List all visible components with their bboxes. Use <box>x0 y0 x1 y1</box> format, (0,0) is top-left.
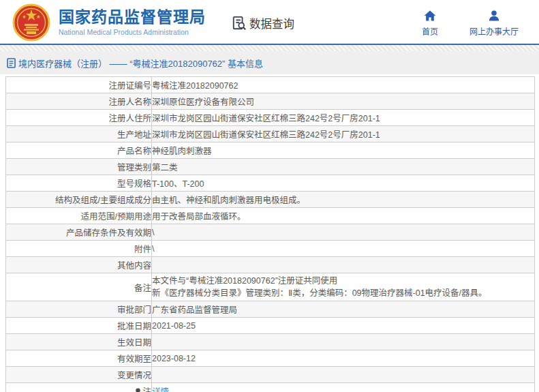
row-label-text: 附件 <box>134 245 151 254</box>
row-value: \ <box>152 224 535 241</box>
row-value-text: 由主机、神经和肌肉刺激器用电极组成。 <box>152 196 305 205</box>
row-value-text: T-100、T-200 <box>152 179 204 189</box>
row-value <box>152 334 535 350</box>
row-label-text: 有效期至 <box>117 355 151 364</box>
row-value-text: 第二类 <box>152 163 178 172</box>
row-label-text: 结构及组成/主要组成成分 <box>55 196 151 205</box>
brand-block: 国家药品监督管理局 National Medical Products Admi… <box>59 8 206 36</box>
row-value-line: 本文件与“粤械注准20182090762”注册证共同使用 <box>152 275 534 287</box>
table-row: 其他内容 <box>6 257 535 273</box>
row-value: 广东省药品监督管理局 <box>152 301 535 318</box>
row-label-text: 审批部门 <box>117 305 151 315</box>
table-row: 产品名称神经肌肉刺激器 <box>6 142 535 159</box>
row-value-text: 广东省药品监督管理局 <box>152 305 237 315</box>
table-row: 有效期至2023-08-12 <box>6 350 535 367</box>
row-value: 深圳市龙岗区园山街道保安社区红棉三路242号2号厂房201-1 <box>152 110 535 126</box>
registration-info-table-wrap: 注册证编号粤械注准20182090762注册人名称深圳原位医疗设备有限公司注册人… <box>0 74 539 392</box>
table-row: 注册人住所深圳市龙岗区园山街道保安社区红棉三路242号2号厂房201-1 <box>6 110 535 126</box>
breadcrumb-text: 境内医疗器械（注册） —— “粤械注准20182090762” 基本信息 <box>18 57 263 70</box>
row-label-text: 变更情况 <box>117 371 151 380</box>
registration-info-table: 注册证编号粤械注准20182090762注册人名称深圳原位医疗设备有限公司注册人… <box>5 76 535 392</box>
table-row: 结构及组成/主要组成成分由主机、神经和肌肉刺激器用电极组成。 <box>6 192 535 208</box>
row-label-text: 型号规格 <box>117 179 151 189</box>
row-label: 结构及组成/主要组成成分 <box>6 192 152 208</box>
row-value <box>152 257 535 273</box>
info-table-body: 注册证编号粤械注准20182090762注册人名称深圳原位医疗设备有限公司注册人… <box>6 77 535 392</box>
data-query-section: 数据查询 <box>232 15 294 31</box>
row-label-text: 生效日期 <box>117 338 151 348</box>
row-value: 详情 <box>152 383 535 392</box>
row-value-text: 深圳原位医疗设备有限公司 <box>152 97 254 107</box>
row-label: 生产地址 <box>6 126 152 142</box>
data-query-label: 数据查询 <box>249 15 294 31</box>
nav-item-service-hall[interactable]: 网上办事大厅 <box>469 9 519 37</box>
row-value-text: \ <box>152 228 154 237</box>
nav-item-label: 网上办事大厅 <box>469 25 519 37</box>
table-row: 注详情 <box>6 383 535 392</box>
row-label-text: 适用范围/预期用途 <box>81 212 151 222</box>
nav-item-home[interactable]: 首页 <box>422 9 438 37</box>
row-label: 备注 <box>6 273 152 301</box>
row-value-text: 2023-08-12 <box>152 354 196 363</box>
table-row: 注册证编号粤械注准20182090762 <box>6 77 535 93</box>
row-value: 第二类 <box>152 159 535 175</box>
row-value: 由主机、神经和肌肉刺激器用电极组成。 <box>152 192 535 208</box>
table-row: 注册人名称深圳原位医疗设备有限公司 <box>6 93 535 110</box>
data-query-icon <box>232 16 247 31</box>
row-label-text: 注 <box>142 387 151 392</box>
row-label: 注册证编号 <box>6 77 152 93</box>
home-icon <box>423 9 437 22</box>
row-value-line: 新《医疗器械分类目录》管理类别：Ⅱ类，分类编码：09物理治疗器械-01电疗设备/… <box>152 287 534 299</box>
detail-link[interactable]: 详情 <box>152 387 169 392</box>
table-row: 适用范围/预期用途用于改善局部血液循环。 <box>6 208 535 224</box>
row-value: \ <box>152 241 535 257</box>
row-label: 变更情况 <box>6 367 152 383</box>
row-label: 批准日期 <box>6 318 152 334</box>
row-label-text: 生产地址 <box>117 130 151 140</box>
row-value: 2021-08-25 <box>152 318 535 334</box>
row-value: T-100、T-200 <box>152 175 535 192</box>
row-label: 有效期至 <box>6 350 152 367</box>
table-row: 变更情况 <box>6 367 535 383</box>
row-label: 注册人住所 <box>6 110 152 126</box>
row-value: 神经肌肉刺激器 <box>152 142 535 159</box>
row-label: 型号规格 <box>6 175 152 192</box>
row-value: 用于改善局部血液循环。 <box>152 208 535 224</box>
org-name-en: National Medical Products Administration <box>59 28 206 36</box>
row-label-text: 备注 <box>134 284 151 293</box>
row-label: 适用范围/预期用途 <box>6 208 152 224</box>
row-value: 粤械注准20182090762 <box>152 77 535 93</box>
table-row: 产品储存条件及有效期\ <box>6 224 535 241</box>
row-value: 深圳原位医疗设备有限公司 <box>152 93 535 110</box>
row-value-text: 深圳市龙岗区园山街道保安社区红棉三路242号2号厂房201-1 <box>152 130 380 140</box>
header: 国家药品监督管理局 National Medical Products Admi… <box>0 0 539 44</box>
row-label-text: 注册证编号 <box>108 81 151 91</box>
row-value: 本文件与“粤械注准20182090762”注册证共同使用新《医疗器械分类目录》管… <box>152 273 535 301</box>
row-label: 注册人名称 <box>6 93 152 110</box>
hatch-band <box>0 45 539 51</box>
row-label: 其他内容 <box>6 257 152 273</box>
table-row: 型号规格T-100、T-200 <box>6 175 535 192</box>
table-row: 附件\ <box>6 241 535 257</box>
row-label-text: 管理类别 <box>117 163 151 172</box>
row-label: 审批部门 <box>6 301 152 318</box>
row-label-text: 产品名称 <box>117 147 151 156</box>
row-label: 生效日期 <box>6 334 152 350</box>
row-label: 附件 <box>6 241 152 257</box>
tip-icon <box>135 388 141 392</box>
table-row: 生产地址深圳市龙岗区园山街道保安社区红棉三路242号2号厂房201-1 <box>6 126 535 142</box>
row-label: 注 <box>6 383 152 392</box>
header-nav: 首页 网上办事大厅 <box>422 9 529 37</box>
row-label: 管理类别 <box>6 159 152 175</box>
row-value-text: 粤械注准20182090762 <box>152 81 238 91</box>
row-value-text: 2021-08-25 <box>152 321 196 331</box>
row-label-text: 批准日期 <box>117 322 151 331</box>
row-label-text: 其他内容 <box>117 261 151 271</box>
table-row: 批准日期2021-08-25 <box>6 318 535 334</box>
table-row: 管理类别第二类 <box>6 159 535 175</box>
user-icon <box>487 9 501 22</box>
row-value: 深圳市龙岗区园山街道保安社区红棉三路242号2号厂房201-1 <box>152 126 535 142</box>
national-emblem-logo <box>12 3 50 42</box>
org-name-cn: 国家药品监督管理局 <box>59 8 206 26</box>
row-value-text: 用于改善局部血液循环。 <box>152 212 246 222</box>
